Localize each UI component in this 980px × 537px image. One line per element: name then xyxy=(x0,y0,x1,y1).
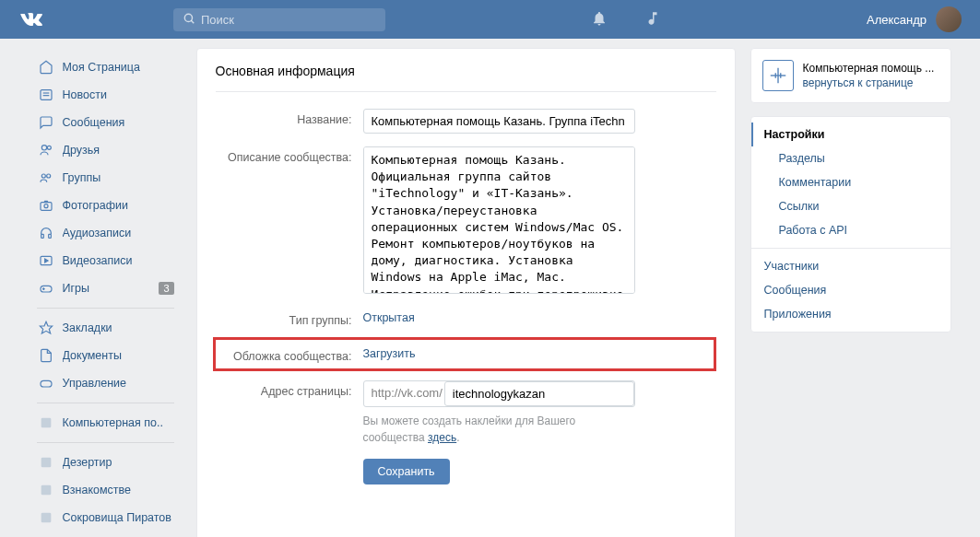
notifications-icon[interactable] xyxy=(591,10,608,29)
svg-rect-2 xyxy=(41,90,52,100)
headphones-icon xyxy=(37,224,55,242)
nav-separator xyxy=(37,442,174,443)
type-dropdown[interactable]: Открытая xyxy=(363,309,415,324)
community-name: Компьютерная помощь ... xyxy=(803,61,935,76)
gamepad-icon xyxy=(37,374,55,392)
games-badge: 3 xyxy=(159,282,173,295)
svg-rect-9 xyxy=(41,203,52,211)
type-label: Тип группы: xyxy=(216,309,363,327)
nav-separator xyxy=(37,403,174,403)
settings-nav-sections[interactable]: Разделы xyxy=(751,146,950,170)
nav-manage[interactable]: Управление xyxy=(30,369,182,397)
avatar[interactable] xyxy=(936,6,962,32)
nav-app-link[interactable]: Совпад xyxy=(30,531,182,537)
svg-point-6 xyxy=(47,146,51,149)
nav-app-link[interactable]: Дезертир xyxy=(30,449,182,476)
left-nav: Моя Страница Новости Сообщения Друзья Гр… xyxy=(30,48,182,537)
blank-icon xyxy=(37,414,55,432)
friends-icon xyxy=(37,141,55,159)
home-icon xyxy=(37,58,55,76)
nav-games[interactable]: Игры3 xyxy=(30,274,182,302)
save-button[interactable]: Сохранить xyxy=(363,459,450,484)
nav-news[interactable]: Новости xyxy=(30,81,182,109)
svg-rect-11 xyxy=(41,234,43,238)
desc-textarea[interactable]: Компьютерная помощь Казань. Официальная … xyxy=(363,146,635,294)
nav-separator xyxy=(751,248,950,249)
stickers-link[interactable]: здесь xyxy=(428,431,456,444)
svg-point-10 xyxy=(44,204,48,208)
camera-icon xyxy=(37,196,55,215)
groups-icon xyxy=(37,169,55,187)
url-input[interactable] xyxy=(444,381,634,406)
svg-rect-21 xyxy=(41,458,51,468)
search-input[interactable] xyxy=(195,13,376,27)
settings-nav-api[interactable]: Работа с API xyxy=(751,218,950,242)
name-input[interactable] xyxy=(363,109,635,134)
settings-content: Основная информация Название: Описание с… xyxy=(196,48,736,537)
nav-documents[interactable]: Документы xyxy=(30,342,182,369)
url-field[interactable]: http://vk.com/ xyxy=(363,380,635,407)
community-cover-icon xyxy=(762,60,794,91)
page-title: Основная информация xyxy=(216,64,716,92)
settings-nav-messages[interactable]: Сообщения xyxy=(751,278,950,302)
svg-line-1 xyxy=(191,20,194,23)
nav-separator xyxy=(37,308,174,309)
nav-video[interactable]: Видеозаписи xyxy=(30,247,182,274)
gamepad-icon xyxy=(37,279,55,298)
svg-marker-14 xyxy=(44,259,47,263)
star-icon xyxy=(37,319,55,337)
nav-groups[interactable]: Группы xyxy=(30,164,182,192)
nav-audio[interactable]: Аудиозаписи xyxy=(30,219,182,247)
url-prefix: http://vk.com/ xyxy=(364,381,444,406)
nav-friends[interactable]: Друзья xyxy=(30,136,182,164)
nav-photos[interactable]: Фотографии xyxy=(30,192,182,219)
svg-point-8 xyxy=(46,174,50,178)
cover-row-highlight: Обложка сообщества: Загрузить xyxy=(213,337,716,371)
music-icon[interactable] xyxy=(644,10,661,29)
search-icon xyxy=(183,12,195,28)
settings-nav-settings[interactable]: Настройки xyxy=(751,123,950,146)
stickers-hint: Вы можете создать наклейки для Вашего со… xyxy=(363,413,640,446)
svg-point-7 xyxy=(41,174,45,178)
svg-rect-15 xyxy=(41,286,52,292)
video-icon xyxy=(37,251,55,270)
name-label: Название: xyxy=(216,109,363,134)
blank-icon xyxy=(37,481,55,499)
nav-bookmarks[interactable]: Закладки xyxy=(30,314,182,342)
search-box[interactable] xyxy=(173,8,385,31)
message-icon xyxy=(37,113,55,132)
svg-rect-23 xyxy=(41,513,51,523)
desc-label: Описание сообщества: xyxy=(216,146,363,297)
top-header: Александр xyxy=(0,0,980,39)
settings-nav-links[interactable]: Ссылки xyxy=(751,194,950,218)
svg-marker-18 xyxy=(40,321,52,333)
nav-messages[interactable]: Сообщения xyxy=(30,109,182,136)
user-name[interactable]: Александр xyxy=(867,13,927,27)
settings-nav-apps[interactable]: Приложения xyxy=(751,302,950,326)
svg-point-0 xyxy=(184,14,192,21)
settings-nav-comments[interactable]: Комментарии xyxy=(751,170,950,194)
blank-icon xyxy=(37,453,55,472)
settings-nav: Настройки Разделы Комментарии Ссылки Раб… xyxy=(750,116,951,333)
news-icon xyxy=(37,86,55,104)
blank-icon xyxy=(37,508,55,527)
svg-point-5 xyxy=(41,146,46,150)
document-icon xyxy=(37,346,55,365)
vk-logo[interactable] xyxy=(18,6,44,32)
back-to-page-link[interactable]: вернуться к странице xyxy=(803,76,935,90)
cover-label: Обложка сообщества: xyxy=(216,345,363,363)
cover-upload-link[interactable]: Загрузить xyxy=(363,345,416,360)
nav-app-link[interactable]: Взнакомстве xyxy=(30,476,182,504)
nav-my-page[interactable]: Моя Страница xyxy=(30,53,182,81)
svg-rect-22 xyxy=(41,485,51,496)
svg-rect-12 xyxy=(48,234,51,238)
nav-community-link[interactable]: Компьютерная по.. xyxy=(30,409,182,437)
svg-rect-20 xyxy=(41,418,51,428)
url-label: Адрес страницы: xyxy=(216,380,363,446)
settings-nav-members[interactable]: Участники xyxy=(751,254,950,278)
community-header[interactable]: Компьютерная помощь ... вернуться к стра… xyxy=(750,48,951,103)
nav-app-link[interactable]: Сокровища Пиратов xyxy=(30,504,182,531)
svg-rect-19 xyxy=(41,380,52,387)
